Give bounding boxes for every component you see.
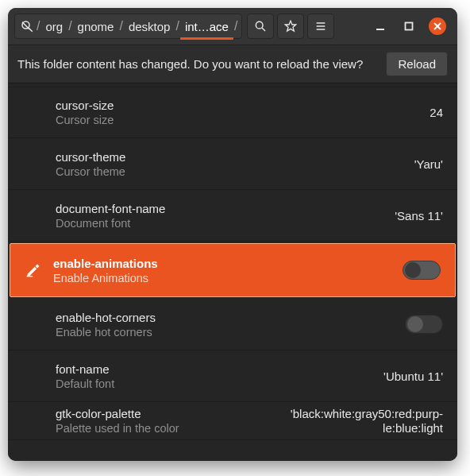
setting-desc: Enable hot corners	[56, 326, 405, 339]
breadcrumb-seg-org[interactable]: org	[40, 20, 67, 33]
list-item[interactable]: cursor-size Cursor size 24	[8, 87, 457, 138]
search-button[interactable]	[247, 14, 274, 39]
breadcrumb-seg-label: int…ace	[185, 20, 229, 33]
setting-value: 24	[430, 106, 443, 119]
setting-desc: Enable Animations	[53, 272, 403, 284]
edit-icon	[20, 262, 47, 278]
setting-key: enable-animations	[53, 257, 403, 270]
setting-desc: Palette used in the color	[56, 422, 291, 435]
breadcrumb-seg-interface[interactable]: int…ace	[180, 20, 233, 33]
svg-point-3	[256, 21, 264, 29]
toggle-knob	[407, 316, 423, 332]
setting-desc: Cursor size	[56, 114, 430, 126]
close-button[interactable]	[429, 17, 446, 35]
setting-value: 'black:white:gray50:red:purp- le:blue:li…	[291, 407, 443, 435]
setting-value: 'Yaru'	[414, 157, 443, 171]
setting-desc: Default font	[56, 377, 383, 390]
toggle-switch[interactable]	[403, 261, 441, 280]
setting-value: 'Ubuntu 11'	[383, 370, 443, 383]
toggle-switch[interactable]	[405, 315, 443, 334]
headerbar: / org / gnome / desktop / int…ace /	[8, 8, 457, 45]
breadcrumb: / org / gnome / desktop / int…ace /	[14, 14, 242, 39]
svg-marker-5	[286, 21, 296, 31]
list-item[interactable]: document-font-name Document font 'Sans 1…	[8, 190, 457, 242]
bookmark-button[interactable]	[277, 14, 304, 39]
list-item[interactable]: gtk-color-palette Palette used in the co…	[8, 402, 457, 440]
maximize-button[interactable]	[400, 17, 418, 35]
settings-list[interactable]: cursor-size Cursor size 24 cursor-theme …	[8, 83, 457, 461]
infobar-message: This folder content has changed. Do you …	[17, 57, 378, 71]
breadcrumb-seg-gnome[interactable]: gnome	[73, 20, 119, 33]
app-icon[interactable]	[18, 17, 36, 35]
setting-desc: Cursor theme	[56, 165, 414, 178]
setting-key: font-name	[56, 362, 383, 376]
toggle-knob	[405, 262, 421, 278]
list-item[interactable]: cursor-theme Cursor theme 'Yaru'	[8, 138, 457, 190]
infobar: This folder content has changed. Do you …	[8, 45, 457, 83]
setting-key: gtk-color-palette	[56, 407, 291, 420]
svg-rect-13	[27, 276, 33, 277]
setting-value: 'Sans 11'	[395, 209, 443, 223]
list-item[interactable]: enable-hot-corners Enable hot corners	[8, 299, 457, 350]
reload-button[interactable]: Reload	[386, 52, 448, 76]
list-item[interactable]: font-name Default font 'Ubuntu 11'	[8, 350, 457, 402]
breadcrumb-underline	[180, 37, 233, 40]
breadcrumb-sep: /	[233, 19, 238, 33]
breadcrumb-seg-desktop[interactable]: desktop	[124, 20, 175, 33]
setting-key: document-font-name	[56, 202, 395, 215]
window-controls	[372, 17, 451, 35]
svg-rect-10	[406, 23, 413, 30]
setting-key: enable-hot-corners	[56, 311, 405, 324]
dconf-editor-window: / org / gnome / desktop / int…ace /	[8, 8, 457, 461]
list-item-selected[interactable]: enable-animations Enable Animations	[10, 243, 456, 297]
minimize-button[interactable]	[372, 17, 389, 35]
setting-key: cursor-size	[56, 99, 430, 112]
svg-line-4	[262, 28, 265, 31]
setting-key: cursor-theme	[56, 150, 414, 164]
hamburger-menu-button[interactable]	[307, 14, 334, 39]
setting-desc: Document font	[56, 217, 395, 230]
